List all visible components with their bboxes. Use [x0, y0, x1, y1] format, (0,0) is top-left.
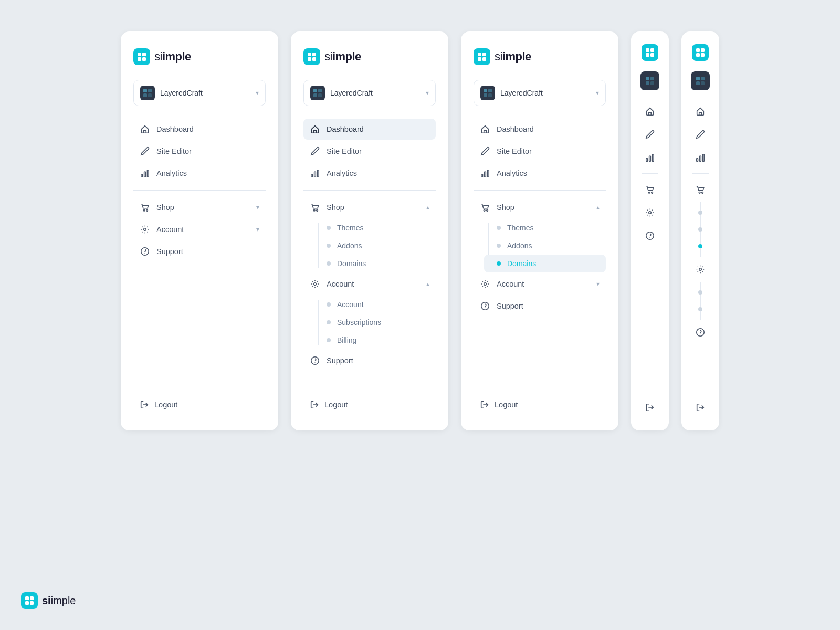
icon-shop-2[interactable] [690, 179, 711, 200]
nav-item-support-3[interactable]: Support [474, 296, 606, 317]
workspace-icon-card-1[interactable] [640, 71, 659, 90]
workspace-selector-2[interactable]: LayeredCraft ▾ [303, 80, 436, 106]
logout-button-2[interactable]: Logout [303, 396, 436, 414]
nav-item-account-2[interactable]: Account ▴ [303, 274, 436, 295]
edit-icon-1 [140, 146, 150, 156]
nav-item-shop-3[interactable]: Shop ▴ [474, 197, 606, 218]
icon-edit-1[interactable] [639, 124, 660, 145]
sub-item-subscriptions-2[interactable]: Subscriptions [314, 313, 436, 331]
shop-subitems-2: Themes Addons Domains [303, 219, 436, 272]
icon-gear-2[interactable] [690, 259, 711, 280]
nav-item-shop-1[interactable]: Shop ▾ [133, 197, 266, 218]
dot-account-2 [327, 302, 331, 307]
logo-area-2: siimple [303, 48, 436, 65]
icon-shop-subdots-2 [690, 202, 711, 257]
svg-point-41 [484, 210, 485, 212]
svg-rect-60 [696, 48, 700, 52]
nav-item-shop-2[interactable]: Shop ▴ [303, 197, 436, 218]
sub-item-themes-2[interactable]: Themes [314, 219, 436, 237]
icon-dot-themes-2[interactable] [690, 204, 711, 221]
svg-rect-7 [148, 93, 152, 97]
logout-label-3: Logout [495, 401, 518, 409]
nav-item-site-editor-1[interactable]: Site Editor [133, 141, 266, 162]
sidebar-card-1: siimple LayeredCraft ▾ [121, 32, 278, 430]
svg-rect-40 [488, 170, 489, 177]
nav-item-dashboard-2[interactable]: Dashboard [303, 119, 436, 140]
svg-rect-51 [646, 81, 649, 85]
nav-item-analytics-1[interactable]: Analytics [133, 163, 266, 184]
icon-shop-1[interactable] [639, 179, 660, 200]
nav-item-site-editor-3[interactable]: Site Editor [474, 141, 606, 162]
icon-dot-acct-2-2[interactable] [690, 301, 711, 318]
icon-dot-acct-1-2[interactable] [690, 284, 711, 301]
themes-label-2: Themes [337, 224, 364, 232]
sub-item-addons-3[interactable]: Addons [484, 237, 606, 255]
icon-logout-btn-1[interactable] [639, 397, 660, 418]
svg-rect-0 [138, 52, 141, 56]
icon-edit-2[interactable] [690, 124, 711, 145]
icon-analytics-1[interactable] [639, 147, 660, 168]
icon-support-2[interactable] [690, 322, 711, 343]
nav-item-account-3[interactable]: Account ▾ [474, 274, 606, 295]
workspace-icon-card-2[interactable] [691, 71, 710, 90]
sub-item-billing-2[interactable]: Billing [314, 331, 436, 349]
logout-button-3[interactable]: Logout [474, 396, 606, 414]
sub-item-domains-2[interactable]: Domains [314, 255, 436, 272]
logo-icon-card-1 [642, 44, 658, 61]
logout-button-1[interactable]: Logout [133, 396, 266, 414]
bottom-logo-icon [21, 592, 38, 609]
icon-home-2[interactable] [690, 101, 711, 122]
svg-rect-65 [701, 77, 705, 80]
nav-item-dashboard-1[interactable]: Dashboard [133, 119, 266, 140]
svg-rect-34 [484, 89, 487, 92]
nav-item-account-1[interactable]: Account ▾ [133, 219, 266, 240]
gear-icon-2 [310, 279, 320, 289]
svg-rect-10 [148, 170, 149, 177]
workspace-selector-1[interactable]: LayeredCraft ▾ [133, 80, 266, 106]
svg-rect-3 [142, 57, 146, 61]
svg-rect-19 [313, 89, 317, 92]
workspace-selector-3[interactable]: LayeredCraft ▾ [474, 80, 606, 106]
svg-rect-55 [653, 154, 654, 162]
sub-item-addons-2[interactable]: Addons [314, 237, 436, 255]
svg-rect-31 [482, 52, 486, 56]
icon-support-1[interactable] [639, 225, 660, 246]
support-label-1: Support [156, 247, 259, 256]
dot-themes-3 [497, 226, 501, 230]
addons-label-2: Addons [337, 242, 362, 250]
nav-item-analytics-2[interactable]: Analytics [303, 163, 436, 184]
nav-item-support-1[interactable]: Support [133, 241, 266, 262]
svg-rect-49 [646, 77, 649, 80]
logout-label-2: Logout [324, 401, 348, 409]
icon-dot-addons-2[interactable] [690, 221, 711, 238]
svg-rect-47 [646, 53, 649, 57]
home-icon-2 [310, 124, 320, 134]
icon-logout-btn-2[interactable] [690, 397, 711, 418]
nav-item-support-2[interactable]: Support [303, 350, 436, 371]
nav-item-site-editor-2[interactable]: Site Editor [303, 141, 436, 162]
sub-item-account-2[interactable]: Account [314, 296, 436, 313]
icon-gear-1[interactable] [639, 202, 660, 223]
nav-section-1: Dashboard Site Editor [133, 119, 266, 387]
nav-item-dashboard-3[interactable]: Dashboard [474, 119, 606, 140]
edit-icon-2 [310, 146, 320, 156]
svg-rect-54 [649, 156, 651, 161]
sub-item-domains-3[interactable]: Domains [484, 255, 606, 272]
support-icon-1 [140, 246, 150, 257]
icon-dot-domains-2[interactable] [690, 238, 711, 255]
dot-billing-2 [327, 338, 331, 342]
icon-home-1[interactable] [639, 101, 660, 122]
svg-rect-76 [30, 596, 34, 600]
svg-point-11 [143, 210, 145, 212]
nav-section-3: Dashboard Site Editor [474, 119, 606, 387]
svg-rect-2 [138, 57, 141, 61]
dashboard-label-3: Dashboard [497, 125, 600, 133]
svg-rect-66 [696, 81, 700, 85]
svg-rect-35 [488, 89, 492, 92]
svg-rect-18 [312, 57, 316, 61]
sub-item-themes-3[interactable]: Themes [484, 219, 606, 237]
nav-item-analytics-3[interactable]: Analytics [474, 163, 606, 184]
logo-text-1: siimple [154, 50, 191, 64]
dot-addons-3 [497, 244, 501, 248]
icon-analytics-2[interactable] [690, 147, 711, 168]
